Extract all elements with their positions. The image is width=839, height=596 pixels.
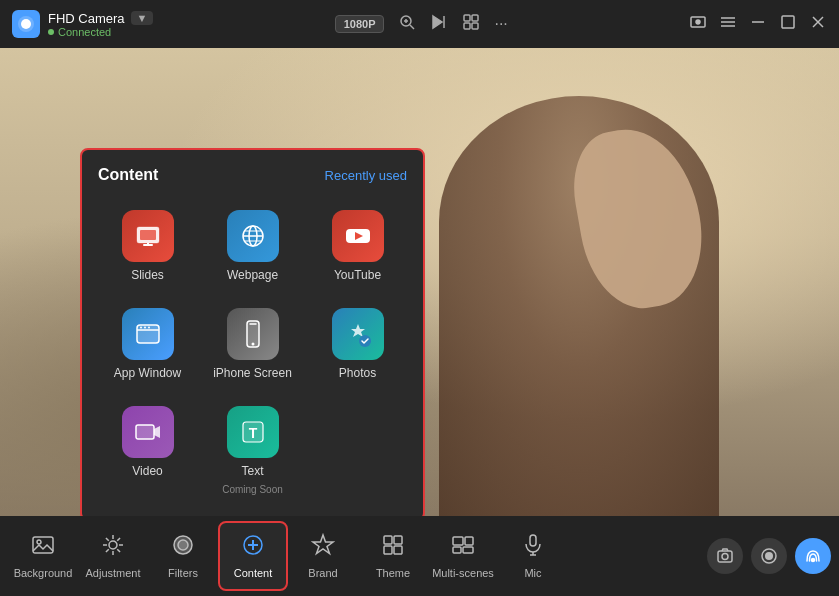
brand-label: Brand	[308, 567, 337, 579]
resolution-badge[interactable]: 1080P	[335, 15, 385, 33]
svg-point-47	[37, 540, 41, 544]
content-item-photos[interactable]: Photos	[308, 300, 407, 388]
svg-marker-43	[154, 426, 160, 438]
svg-point-37	[148, 327, 150, 329]
svg-point-13	[696, 20, 700, 24]
svg-rect-54	[384, 536, 392, 544]
svg-rect-18	[782, 16, 794, 28]
popup-header: Content Recently used	[98, 166, 407, 184]
svg-rect-58	[453, 537, 463, 545]
connected-dot	[48, 29, 54, 35]
close-icon[interactable]	[809, 13, 827, 35]
svg-point-35	[140, 327, 142, 329]
mic-label: Mic	[524, 567, 541, 579]
toolbar-item-adjustment[interactable]: Adjustment	[78, 521, 148, 591]
cast-icon[interactable]	[689, 13, 707, 35]
grid-icon[interactable]	[462, 13, 480, 35]
youtube-label: YouTube	[334, 268, 381, 282]
content-popup: Content Recently used Slides	[80, 148, 425, 516]
content-item-text[interactable]: T Text Coming Soon	[203, 398, 302, 503]
content-label: Content	[234, 567, 273, 579]
filters-icon	[171, 533, 195, 563]
svg-rect-61	[463, 547, 473, 553]
theme-label: Theme	[376, 567, 410, 579]
multiscenes-icon	[451, 533, 475, 563]
photos-label: Photos	[339, 366, 376, 380]
svg-point-36	[144, 327, 146, 329]
background-label: Background	[14, 567, 73, 579]
content-item-iphonescreen[interactable]: iPhone Screen	[203, 300, 302, 388]
more-icon[interactable]: ···	[494, 15, 507, 33]
minimize-icon[interactable]	[749, 13, 767, 35]
svg-rect-10	[464, 23, 470, 29]
brand-icon	[311, 533, 335, 563]
record-button[interactable]	[751, 538, 787, 574]
bottom-toolbar: Background Adjustment Filters	[0, 516, 839, 596]
toolbar-item-background[interactable]: Background	[8, 521, 78, 591]
svg-point-40	[251, 343, 254, 346]
title-bar-left: FHD Camera ▼ Connected	[12, 10, 153, 38]
title-bar-center: 1080P ···	[335, 13, 508, 35]
toolbar-item-theme[interactable]: Theme	[358, 521, 428, 591]
menu-icon[interactable]	[719, 13, 737, 35]
svg-point-48	[109, 541, 117, 549]
svg-rect-59	[465, 537, 473, 545]
video-label: Video	[132, 464, 162, 478]
svg-rect-23	[140, 230, 156, 240]
iphonescreen-icon	[227, 308, 279, 360]
svg-rect-46	[33, 537, 53, 553]
iphonescreen-label: iPhone Screen	[213, 366, 292, 380]
webpage-icon	[227, 210, 279, 262]
toolbar-item-multiscenes[interactable]: Multi-scenes	[428, 521, 498, 591]
svg-line-3	[410, 25, 414, 29]
stream-button[interactable]	[795, 538, 831, 574]
adjustment-label: Adjustment	[85, 567, 140, 579]
slides-icon	[122, 210, 174, 262]
toolbar-item-mic[interactable]: Mic	[498, 521, 568, 591]
skip-forward-icon[interactable]	[430, 13, 448, 35]
svg-point-66	[722, 554, 728, 560]
title-dropdown[interactable]: ▼	[131, 11, 154, 25]
svg-point-50	[178, 540, 188, 550]
webpage-label: Webpage	[227, 268, 278, 282]
svg-rect-9	[472, 15, 478, 21]
snapshot-button[interactable]	[707, 538, 743, 574]
svg-rect-8	[464, 15, 470, 21]
toolbar-item-content[interactable]: Content	[218, 521, 288, 591]
svg-text:T: T	[248, 425, 257, 441]
svg-rect-11	[472, 23, 478, 29]
app-title-group: FHD Camera ▼ Connected	[48, 11, 153, 38]
svg-point-68	[765, 552, 773, 560]
svg-rect-42	[136, 425, 154, 439]
content-item-webpage[interactable]: Webpage	[203, 202, 302, 290]
content-icon	[241, 533, 265, 563]
content-item-slides[interactable]: Slides	[98, 202, 197, 290]
content-item-video[interactable]: Video	[98, 398, 197, 503]
svg-rect-55	[394, 536, 402, 544]
svg-point-69	[812, 559, 815, 562]
svg-rect-62	[530, 535, 536, 546]
toolbar-right-buttons	[707, 538, 831, 574]
maximize-icon[interactable]	[779, 13, 797, 35]
slides-label: Slides	[131, 268, 164, 282]
svg-point-1	[21, 19, 31, 29]
content-item-youtube[interactable]: YouTube	[308, 202, 407, 290]
zoom-in-icon[interactable]	[398, 13, 416, 35]
title-bar-right	[689, 13, 827, 35]
svg-rect-56	[384, 546, 392, 554]
svg-rect-65	[718, 551, 732, 562]
toolbar-item-filters[interactable]: Filters	[148, 521, 218, 591]
background-icon	[31, 533, 55, 563]
mic-icon	[521, 533, 545, 563]
text-icon: T	[227, 406, 279, 458]
connection-status: Connected	[48, 26, 153, 38]
app-icon	[12, 10, 40, 38]
recently-used-link[interactable]: Recently used	[325, 168, 407, 183]
multiscenes-label: Multi-scenes	[432, 567, 494, 579]
toolbar-item-brand[interactable]: Brand	[288, 521, 358, 591]
filters-label: Filters	[168, 567, 198, 579]
content-item-appwindow[interactable]: App Window	[98, 300, 197, 388]
appwindow-icon	[122, 308, 174, 360]
camera-area: Content Recently used Slides	[0, 48, 839, 516]
svg-rect-57	[394, 546, 402, 554]
